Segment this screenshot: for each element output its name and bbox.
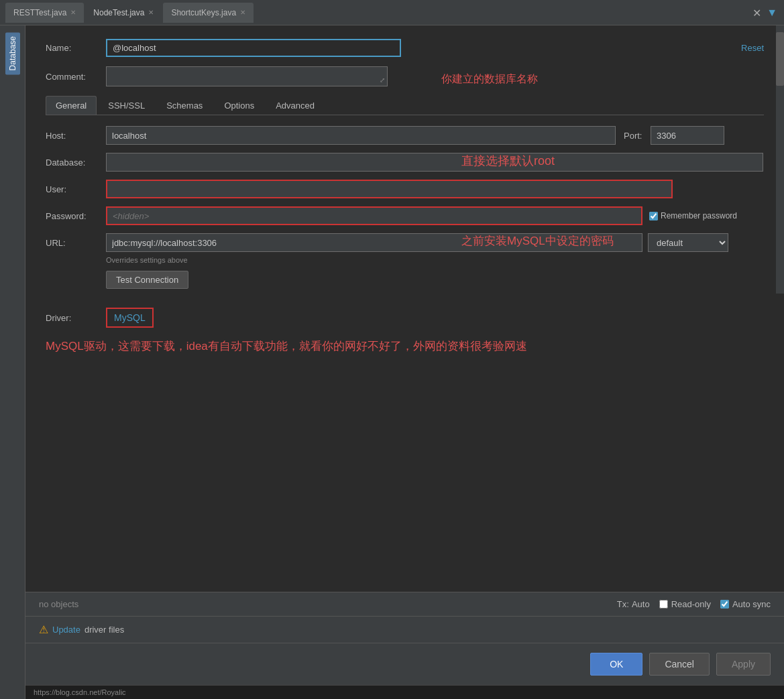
driver-row: Driver: MySQL bbox=[46, 308, 764, 328]
name-row: Name: 你建立的数据库名称 Reset bbox=[46, 39, 764, 57]
tab-resttest[interactable]: RESTTest.java ✕ bbox=[5, 3, 84, 23]
annotation-password: 之前安装MySQL中设定的密码 bbox=[461, 233, 614, 249]
big-annotation: MySQL驱动，这需要下载，idea有自动下载功能，就看你的网好不好了，外网的资… bbox=[46, 338, 764, 354]
close-icon-resttest[interactable]: ✕ bbox=[70, 9, 76, 16]
autosync-label: Auto sync bbox=[732, 599, 771, 609]
top-right-icons: ✕ ▼ bbox=[752, 6, 777, 19]
dialog-area: Name: 你建立的数据库名称 Reset Comment: ⤢ General… bbox=[25, 25, 784, 592]
scroll-thumb[interactable] bbox=[776, 32, 784, 86]
ok-button[interactable]: OK bbox=[590, 653, 642, 676]
readonly-label: Read-only bbox=[671, 599, 711, 609]
host-label: Host: bbox=[46, 131, 106, 141]
tab-schemas[interactable]: Schemas bbox=[156, 96, 213, 115]
password-label: Password: bbox=[46, 211, 106, 221]
autosync-checkbox[interactable] bbox=[720, 600, 729, 609]
comment-row: Comment: ⤢ bbox=[46, 66, 764, 86]
user-label: User: bbox=[46, 184, 106, 194]
main-content: Name: 你建立的数据库名称 Reset Comment: ⤢ General… bbox=[25, 25, 784, 699]
database-label: Database: bbox=[46, 157, 106, 168]
remember-label: Remember password bbox=[661, 211, 737, 220]
top-bar: RESTTest.java ✕ NodeTest.java ✕ Shortcut… bbox=[0, 0, 784, 25]
annotation-root: 直接选择默认root bbox=[461, 153, 555, 169]
reset-link[interactable]: Reset bbox=[741, 43, 764, 53]
annotation-name: 你建立的数据库名称 bbox=[441, 72, 538, 86]
url-label: URL: bbox=[46, 238, 106, 248]
database-input[interactable] bbox=[106, 153, 763, 172]
tx-select-group: Tx: Auto bbox=[617, 599, 650, 609]
tab-sshssl[interactable]: SSH/SSL bbox=[98, 96, 155, 115]
close-icon-shortcutkeys[interactable]: ✕ bbox=[240, 9, 245, 16]
url-bar: https://blog.csdn.net/Royalic bbox=[25, 685, 784, 699]
readonly-group: Read-only bbox=[659, 599, 711, 609]
comment-label: Comment: bbox=[46, 72, 106, 82]
filter-icon[interactable]: ▼ bbox=[767, 7, 777, 19]
expand-icon[interactable]: ⤢ bbox=[380, 76, 385, 84]
bottom-right: Tx: Auto Read-only Auto sync bbox=[617, 599, 771, 609]
driver-link[interactable]: MySQL bbox=[114, 312, 146, 323]
update-text: driver files bbox=[85, 625, 124, 635]
host-row: Host: Port: bbox=[46, 126, 764, 145]
tab-shortcutkeys[interactable]: ShortcutKeys.java ✕ bbox=[163, 3, 254, 23]
test-connection-wrapper: Test Connection bbox=[46, 271, 764, 298]
port-label: Port: bbox=[624, 131, 651, 141]
tab-advanced[interactable]: Advanced bbox=[266, 96, 325, 115]
warning-icon: ⚠ bbox=[39, 623, 48, 636]
test-connection-button[interactable]: Test Connection bbox=[106, 271, 188, 289]
override-text: Overrides settings above bbox=[106, 256, 764, 264]
cancel-button[interactable]: Cancel bbox=[649, 653, 710, 676]
remember-checkbox[interactable] bbox=[649, 212, 658, 220]
name-label: Name: bbox=[46, 43, 106, 53]
apply-button[interactable]: Apply bbox=[716, 653, 771, 676]
user-row: User: bbox=[46, 180, 764, 198]
tab-label-resttest: RESTTest.java bbox=[13, 8, 66, 17]
url-row: URL: default 之前安装MySQL中设定的密码 bbox=[46, 233, 764, 252]
close-icon-nodetest[interactable]: ✕ bbox=[148, 9, 154, 16]
comment-wrapper: ⤢ bbox=[106, 66, 388, 86]
buttons-row: OK Cancel Apply bbox=[25, 643, 784, 685]
host-input[interactable] bbox=[106, 126, 616, 145]
readonly-checkbox[interactable] bbox=[659, 600, 668, 609]
update-bar: ⚠ Update driver files bbox=[25, 616, 784, 643]
url-select[interactable]: default bbox=[648, 233, 728, 252]
tx-label: Tx: bbox=[617, 599, 629, 609]
scrollbar[interactable] bbox=[776, 25, 784, 294]
update-link[interactable]: Update bbox=[52, 625, 80, 635]
tab-nodetest[interactable]: NodeTest.java ✕ bbox=[85, 3, 162, 23]
autosync-group: Auto sync bbox=[720, 599, 771, 609]
driver-label: Driver: bbox=[46, 313, 106, 323]
comment-input[interactable] bbox=[106, 66, 388, 86]
tab-general[interactable]: General bbox=[46, 96, 97, 115]
left-sidebar: Database bbox=[0, 25, 25, 699]
password-input[interactable] bbox=[106, 206, 642, 225]
driver-box: MySQL bbox=[106, 308, 154, 328]
user-input[interactable] bbox=[106, 180, 673, 198]
password-row: Password: Remember password bbox=[46, 206, 764, 225]
port-input[interactable] bbox=[651, 126, 724, 145]
tab-label-shortcutkeys: ShortcutKeys.java bbox=[171, 8, 236, 17]
config-tabs: General SSH/SSL Schemas Options Advanced bbox=[46, 96, 764, 115]
database-row: Database: 直接选择默认root bbox=[46, 153, 764, 172]
objects-count: no objects bbox=[39, 599, 78, 609]
remember-checkbox-group: Remember password bbox=[649, 211, 737, 220]
name-input[interactable] bbox=[106, 39, 401, 57]
database-button[interactable]: Database bbox=[5, 32, 20, 74]
tab-label-nodetest: NodeTest.java bbox=[93, 8, 144, 17]
bottom-bar: no objects Tx: Auto Read-only Auto sync bbox=[25, 592, 784, 616]
close-icon[interactable]: ✕ bbox=[752, 6, 761, 19]
tx-dropdown[interactable]: Auto bbox=[632, 599, 650, 609]
tab-options[interactable]: Options bbox=[214, 96, 264, 115]
